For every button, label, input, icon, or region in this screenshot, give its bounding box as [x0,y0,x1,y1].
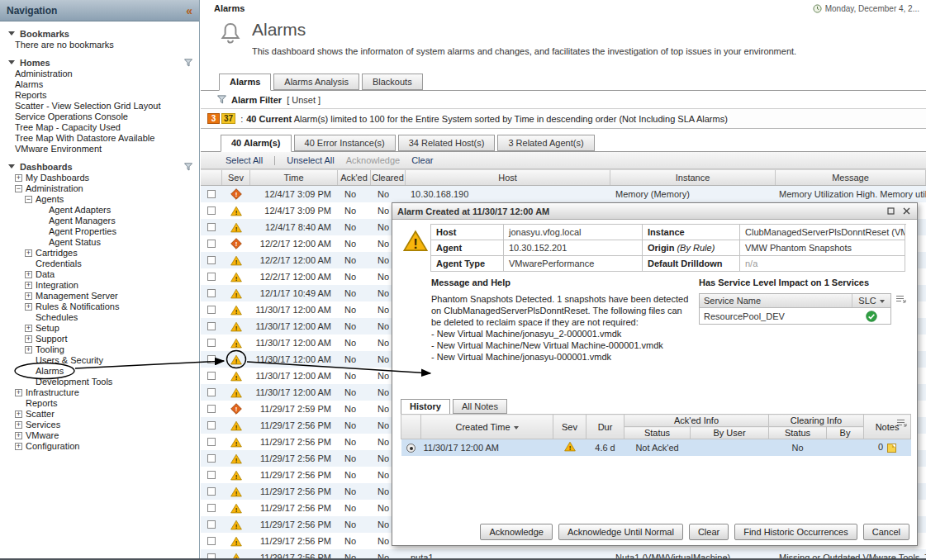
nav-item-alarms[interactable]: Alarms [0,366,199,377]
nav-item-vmware[interactable]: +VMware [0,430,199,441]
dialog-tab-all-notes[interactable]: All Notes [453,399,507,414]
nav-item-alarms[interactable]: Alarms [0,79,199,90]
expand-icon[interactable]: + [15,411,22,418]
collapse-icon[interactable]: − [25,196,32,203]
history-col-ack-by-user[interactable]: By User [691,427,769,439]
nav-item-agents[interactable]: −Agents [0,194,199,205]
nav-item-scatter[interactable]: +Scatter [0,409,199,420]
maximize-icon[interactable] [885,206,896,217]
toolbar-select-all[interactable]: Select All [226,155,263,165]
row-checkbox[interactable] [207,471,216,479]
history-col-created[interactable]: Created Time [421,415,553,439]
nav-item-my-dashboards[interactable]: +My Dashboards [0,173,199,183]
expand-icon[interactable]: + [25,282,32,289]
history-row[interactable]: 11/30/17 12:00 AM ! 4.6 d Not Ack'ed No … [401,439,911,456]
history-row-radio[interactable] [406,444,416,453]
table-customizer-icon[interactable] [895,295,906,304]
collapse-icon[interactable]: − [15,185,22,192]
row-checkbox[interactable] [207,273,216,281]
warning-count-badge[interactable]: 37 [221,113,235,124]
tab-blackouts[interactable]: Blackouts [362,74,423,90]
subtab-3-related-agent-s[interactable]: 3 Related Agent(s) [497,135,594,151]
nav-item-agent-status[interactable]: Agent Status [0,237,199,248]
subtab-40-alarm-s[interactable]: 40 Alarm(s) [221,135,292,152]
nav-item-tree-map-capacity-used[interactable]: Tree Map - Capacity Used [0,122,199,133]
nav-item-management-server[interactable]: +Management Server [0,291,199,301]
nav-item-agent-managers[interactable]: Agent Managers [0,216,199,226]
breadcrumb[interactable]: Alarms [214,3,245,13]
nav-item-scatter-view-selection-grid-layout[interactable]: Scatter - View Selection Grid Layout [0,101,199,112]
nav-item-agent-properties[interactable]: Agent Properties [0,226,199,237]
service-row[interactable]: ResourcePool_DEV [700,308,890,324]
nav-item-tooling[interactable]: +Tooling [0,344,199,355]
nav-item-reports[interactable]: Reports [0,90,199,101]
nav-item-services[interactable]: +Services [0,420,199,430]
expand-icon[interactable]: + [25,346,32,354]
nav-item-setup[interactable]: +Setup [0,323,199,334]
nav-item-configuration[interactable]: +Configuration [0,441,199,452]
nav-item-agent-adapters[interactable]: Agent Adapters [0,205,199,216]
note-icon[interactable] [887,444,896,453]
nav-item-development-tools[interactable]: Development Tools [0,377,199,387]
expand-icon[interactable]: + [15,443,22,450]
expand-icon[interactable]: + [25,325,32,332]
nav-item-infrastructure[interactable]: +Infrastructure [0,387,199,398]
dialog-button-clear[interactable]: Clear [689,524,729,540]
nav-item-administration[interactable]: Administration [0,69,199,79]
row-checkbox[interactable] [207,190,216,198]
toolbar-unselect-all[interactable]: Unselect All [287,155,334,165]
toolbar-clear[interactable]: Clear [411,155,433,165]
dialog-button-find-historic-occurrences[interactable]: Find Historic Occurrences [734,524,857,540]
column-header-message[interactable]: Message [776,170,926,185]
nav-item-support[interactable]: +Support [0,334,199,344]
row-checkbox[interactable] [207,306,216,314]
tab-alarms-analysis[interactable]: Alarms Analysis [273,74,359,90]
nav-item-administration[interactable]: −Administration [0,183,199,194]
row-checkbox[interactable] [207,289,216,297]
expand-icon[interactable]: + [15,389,22,396]
column-header-sev[interactable]: Sev [222,170,250,185]
expand-icon[interactable]: + [25,271,32,278]
expand-icon[interactable]: + [25,335,32,343]
dialog-button-cancel[interactable]: Cancel [863,524,909,540]
filter-icon[interactable] [184,59,192,67]
row-checkbox[interactable] [207,405,216,413]
history-col-sev[interactable]: Sev [553,415,586,439]
nav-item-credentials[interactable]: Credentials [0,259,199,269]
row-checkbox[interactable] [207,322,216,330]
row-checkbox[interactable] [207,388,216,396]
nav-item-schedules[interactable]: Schedules [0,312,199,323]
nav-item-integration[interactable]: +Integration [0,280,199,291]
alarm-row[interactable]: !12/4/17 3:09 PMNoNo10.30.168.190Memory … [201,186,926,202]
nav-item-reports[interactable]: Reports [0,398,199,409]
collapse-panel-chevron-icon[interactable]: « [186,5,192,17]
row-checkbox[interactable] [207,520,216,529]
expand-icon[interactable]: + [15,432,22,439]
row-checkbox[interactable] [207,537,216,545]
tab-alarms[interactable]: Alarms [219,74,271,91]
nav-section-header-bookmarks[interactable]: Bookmarks [0,27,199,40]
expand-icon[interactable]: + [15,421,22,429]
history-col-ack-status[interactable]: Status [624,427,691,439]
column-header-cleared[interactable]: Cleared [371,170,406,185]
row-checkbox[interactable] [207,355,216,363]
history-col-dur[interactable]: Dur [586,415,624,439]
row-checkbox[interactable] [207,339,216,347]
column-header-ack-ed[interactable]: Ack'ed [338,170,371,185]
row-checkbox[interactable] [207,421,216,429]
nav-item-cartridges[interactable]: +Cartridges [0,248,199,259]
nav-item-tree-map-with-datastore-available[interactable]: Tree Map With Datastore Available [0,133,199,144]
row-checkbox[interactable] [207,206,216,215]
subtab-34-related-host-s[interactable]: 34 Related Host(s) [398,135,496,151]
dialog-button-acknowledge[interactable]: Acknowledge [480,524,552,540]
dialog-tab-history[interactable]: History [401,399,450,415]
history-col-clear-by[interactable]: By [827,427,864,439]
column-header-instance[interactable]: Instance [610,170,776,185]
row-checkbox[interactable] [207,454,216,463]
column-header-time[interactable]: Time [250,170,338,185]
nav-item-service-operations-console[interactable]: Service Operations Console [0,112,199,122]
expand-icon[interactable]: + [25,303,32,311]
nav-item-vmware-environment[interactable]: VMware Environment [0,144,199,154]
row-checkbox[interactable] [207,240,216,248]
close-icon[interactable] [900,206,912,217]
